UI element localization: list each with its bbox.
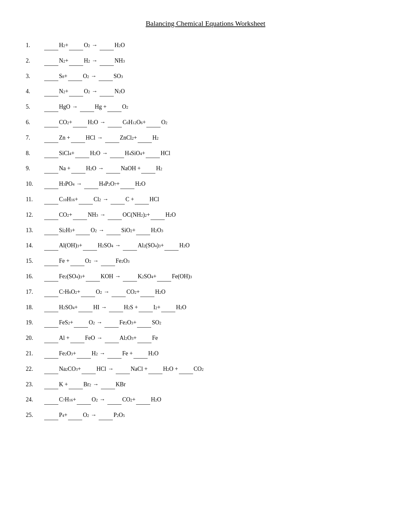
blank-field[interactable] <box>107 395 122 405</box>
blank-field[interactable] <box>44 333 58 343</box>
blank-field[interactable] <box>44 149 58 158</box>
blank-field[interactable] <box>44 56 58 66</box>
blank-field[interactable] <box>70 333 84 343</box>
blank-field[interactable] <box>110 149 124 158</box>
arrow-icon: → <box>96 318 102 327</box>
blank-field[interactable] <box>69 87 83 96</box>
blank-field[interactable] <box>84 179 98 189</box>
blank-field[interactable] <box>164 241 179 251</box>
blank-field[interactable] <box>108 210 122 220</box>
blank-field[interactable] <box>44 410 58 420</box>
blank-field[interactable] <box>105 133 119 143</box>
blank-field[interactable] <box>86 272 100 281</box>
blank-field[interactable] <box>141 164 155 173</box>
blank-field[interactable] <box>73 210 87 220</box>
blank-field[interactable] <box>77 395 91 405</box>
blank-field[interactable] <box>106 164 120 173</box>
blank-field[interactable] <box>69 380 83 389</box>
blank-field[interactable] <box>136 226 150 235</box>
blank-field[interactable] <box>138 133 152 143</box>
blank-field[interactable] <box>69 41 83 50</box>
blank-field[interactable] <box>44 349 58 359</box>
blank-field[interactable] <box>44 287 58 297</box>
blank-field[interactable] <box>73 118 87 127</box>
blank-field[interactable] <box>71 164 85 173</box>
blank-field[interactable] <box>44 272 58 281</box>
blank-field[interactable] <box>77 349 91 359</box>
blank-field[interactable] <box>137 333 152 343</box>
blank-field[interactable] <box>68 72 82 81</box>
blank-field[interactable] <box>44 380 58 389</box>
blank-field[interactable] <box>116 364 130 374</box>
blank-field[interactable] <box>44 210 58 220</box>
blank-field[interactable] <box>139 303 153 312</box>
blank-field[interactable] <box>44 256 58 266</box>
blank-field[interactable] <box>44 72 58 81</box>
blank-field[interactable] <box>71 133 85 143</box>
blank-field[interactable] <box>136 395 150 405</box>
blank-field[interactable] <box>69 56 83 66</box>
blank-field[interactable] <box>44 102 58 112</box>
blank-field[interactable] <box>44 195 58 204</box>
blank-field[interactable] <box>105 333 119 343</box>
arrow-icon: → <box>99 349 105 358</box>
blank-field[interactable] <box>44 364 58 374</box>
arrow-icon: → <box>103 195 108 204</box>
blank-field[interactable] <box>99 410 113 420</box>
blank-field[interactable] <box>123 272 137 281</box>
blank-field[interactable] <box>100 56 114 66</box>
blank-field[interactable] <box>112 287 126 297</box>
blank-field[interactable] <box>133 349 148 359</box>
blank-field[interactable] <box>70 256 84 266</box>
blank-field[interactable] <box>44 395 58 405</box>
blank-field[interactable] <box>80 102 94 112</box>
blank-field[interactable] <box>44 241 58 251</box>
blank-field[interactable] <box>123 241 137 251</box>
blank-field[interactable] <box>101 380 115 389</box>
blank-field[interactable] <box>44 179 58 189</box>
blank-field[interactable] <box>75 149 89 158</box>
blank-field[interactable] <box>107 102 122 112</box>
blank-field[interactable] <box>148 364 162 374</box>
blank-field[interactable] <box>44 226 58 235</box>
blank-field[interactable] <box>146 118 161 127</box>
blank-field[interactable] <box>108 118 122 127</box>
blank-field[interactable] <box>44 87 58 96</box>
blank-field[interactable] <box>151 210 165 220</box>
blank-field[interactable] <box>44 41 58 50</box>
blank-field[interactable] <box>179 364 193 374</box>
blank-field[interactable] <box>44 133 58 143</box>
blank-field[interactable] <box>111 195 125 204</box>
blank-field[interactable] <box>161 303 175 312</box>
blank-field[interactable] <box>44 318 58 328</box>
blank-field[interactable] <box>74 318 88 328</box>
blank-field[interactable] <box>107 349 122 359</box>
blank-field[interactable] <box>137 318 151 328</box>
blank-field[interactable] <box>76 226 90 235</box>
equation-body: CO2 + NH3 → OC(NH2)2 + H2O <box>44 210 176 220</box>
equation-body: S8 + O2 → SO3 <box>44 72 123 81</box>
blank-field[interactable] <box>146 149 160 158</box>
blank-field[interactable] <box>157 272 171 281</box>
arrow-icon: → <box>97 333 103 343</box>
blank-field[interactable] <box>44 118 58 127</box>
blank-field[interactable] <box>109 303 123 312</box>
blank-field[interactable] <box>78 303 93 312</box>
blank-field[interactable] <box>100 41 114 50</box>
blank-field[interactable] <box>104 318 119 328</box>
blank-field[interactable] <box>135 195 149 204</box>
blank-field[interactable] <box>81 287 95 297</box>
blank-field[interactable] <box>100 87 114 96</box>
blank-field[interactable] <box>44 164 58 173</box>
blank-field[interactable] <box>83 241 97 251</box>
blank-field[interactable] <box>140 287 154 297</box>
blank-field[interactable] <box>101 256 115 266</box>
blank-field[interactable] <box>106 226 121 235</box>
blank-field[interactable] <box>44 303 58 312</box>
blank-field[interactable] <box>79 195 93 204</box>
blank-field[interactable] <box>68 410 82 420</box>
blank-field[interactable] <box>99 72 113 81</box>
equation-number: 22. <box>26 364 44 374</box>
blank-field[interactable] <box>120 179 134 189</box>
blank-field[interactable] <box>82 364 96 374</box>
